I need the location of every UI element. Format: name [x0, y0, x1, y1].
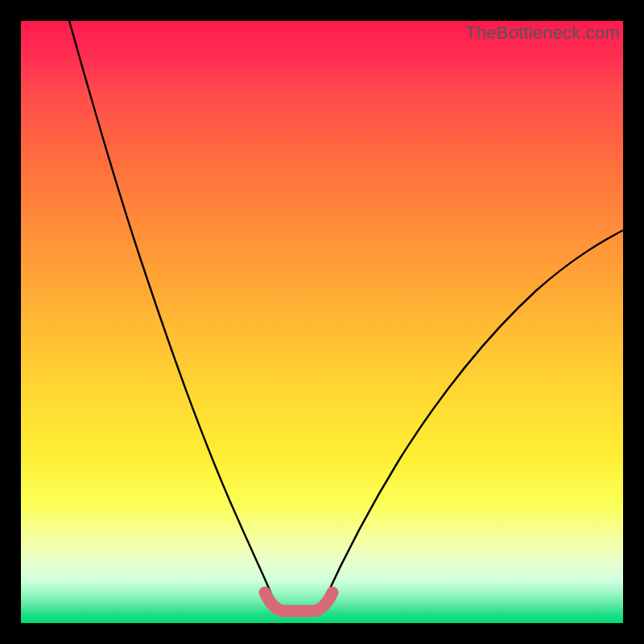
chart-frame: TheBottleneck.com: [0, 0, 644, 644]
watermark-text: TheBottleneck.com: [465, 23, 620, 43]
right-curve: [323, 230, 623, 604]
curves-layer: [21, 21, 623, 623]
plot-area: [21, 21, 623, 623]
left-curve: [69, 21, 275, 604]
bottom-segment: [265, 592, 332, 611]
